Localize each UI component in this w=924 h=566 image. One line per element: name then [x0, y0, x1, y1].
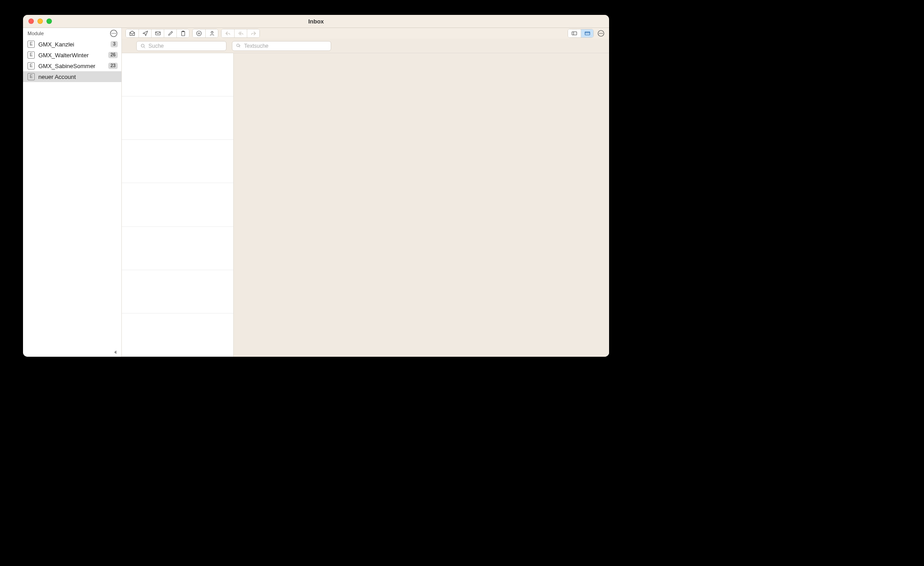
textsearch-box[interactable] — [232, 41, 331, 51]
unread-badge: 3 — [111, 41, 118, 47]
message-row[interactable] — [122, 183, 233, 226]
unread-badge: 26 — [108, 52, 118, 58]
svg-rect-5 — [181, 32, 185, 36]
svg-point-15 — [601, 33, 601, 34]
account-type-icon: E — [28, 62, 35, 69]
forward-button[interactable] — [247, 29, 259, 37]
message-preview — [234, 53, 609, 357]
reply-button[interactable] — [222, 29, 234, 37]
toolbar-overflow-button[interactable] — [596, 29, 605, 38]
svg-rect-4 — [155, 32, 160, 35]
account-item[interactable]: EGMX_WalterWinter26 — [23, 50, 121, 60]
svg-point-3 — [115, 33, 116, 34]
account-item[interactable]: EGMX_SabineSommer23 — [23, 60, 121, 71]
ellipsis-circle-icon — [597, 30, 605, 37]
content — [122, 53, 609, 357]
account-type-icon: E — [28, 41, 35, 48]
ellipsis-circle-icon — [110, 29, 118, 37]
account-label: GMX_SabineSommer — [38, 63, 105, 69]
sidebar: Module EGMX_Kanzlei3EGMX_WalterWinter26E… — [23, 28, 122, 357]
account-label: neuer Account — [38, 74, 118, 80]
toolbar-group-reply — [221, 29, 260, 38]
add-button[interactable] — [193, 29, 205, 37]
reply-all-button[interactable] — [234, 29, 247, 37]
window-minimize-button[interactable] — [37, 18, 43, 24]
svg-point-8 — [211, 32, 213, 33]
open-envelope-icon — [129, 30, 135, 37]
layout-window-icon — [584, 30, 591, 37]
add-contact-button[interactable] — [205, 29, 218, 37]
reply-icon — [225, 30, 231, 37]
search-box[interactable] — [136, 41, 226, 51]
get-mail-button[interactable] — [126, 29, 139, 37]
new-mail-button[interactable] — [151, 29, 164, 37]
message-row[interactable] — [122, 227, 233, 270]
svg-point-16 — [602, 33, 603, 34]
search-dropdown-icon — [236, 43, 241, 49]
search-input[interactable] — [148, 43, 222, 49]
svg-point-1 — [112, 33, 113, 34]
message-row[interactable] — [122, 313, 233, 357]
plus-circle-icon — [196, 30, 202, 37]
account-list: EGMX_Kanzlei3EGMX_WalterWinter26EGMX_Sab… — [23, 39, 121, 349]
message-row[interactable] — [122, 97, 233, 140]
sidebar-header: Module — [23, 28, 121, 39]
person-icon — [209, 30, 215, 37]
view-content-button[interactable] — [581, 29, 593, 37]
reply-all-icon — [238, 30, 244, 37]
toolbar — [122, 28, 609, 39]
paper-plane-icon — [142, 30, 148, 37]
send-mail-button[interactable] — [139, 29, 151, 37]
account-item[interactable]: EGMX_Kanzlei3 — [23, 39, 121, 50]
titlebar: Inbox — [23, 15, 609, 28]
account-label: GMX_WalterWinter — [38, 52, 105, 59]
account-type-icon: E — [28, 51, 35, 59]
message-row[interactable] — [122, 270, 233, 313]
clipboard-icon — [180, 30, 186, 37]
account-type-icon: E — [28, 73, 35, 80]
window-close-button[interactable] — [28, 18, 34, 24]
main — [122, 28, 609, 357]
sidebar-menu-button[interactable] — [110, 29, 118, 37]
svg-rect-11 — [585, 32, 590, 35]
envelope-icon — [155, 30, 161, 37]
svg-line-20 — [239, 46, 240, 47]
message-row[interactable] — [122, 53, 233, 97]
textsearch-input[interactable] — [244, 43, 327, 49]
account-item[interactable]: Eneuer Account — [23, 71, 121, 82]
message-list — [122, 53, 234, 357]
pencil-icon — [167, 30, 174, 37]
toolbar-group-mail-actions — [125, 29, 189, 38]
svg-point-14 — [599, 33, 600, 34]
window-title: Inbox — [23, 18, 609, 25]
archive-button[interactable] — [176, 29, 189, 37]
message-row[interactable] — [122, 140, 233, 183]
toolbar-group-add — [192, 29, 218, 38]
unread-badge: 23 — [108, 63, 118, 69]
app-window: Inbox Module EGMX_Kanzlei3EGMX_WalterWin… — [23, 15, 609, 357]
sidebar-footer — [23, 349, 121, 357]
svg-rect-9 — [572, 32, 577, 35]
toolbar-group-view — [568, 29, 594, 38]
sidebar-header-label: Module — [28, 31, 44, 36]
svg-line-18 — [144, 46, 145, 47]
traffic-lights — [23, 18, 52, 24]
search-icon — [140, 43, 146, 49]
account-label: GMX_Kanzlei — [38, 41, 107, 48]
collapse-sidebar-button[interactable] — [113, 350, 118, 355]
svg-point-2 — [113, 33, 114, 34]
forward-icon — [250, 30, 257, 37]
window-zoom-button[interactable] — [46, 18, 52, 24]
compose-button[interactable] — [164, 29, 176, 37]
view-sidebar-button[interactable] — [568, 29, 581, 37]
body: Module EGMX_Kanzlei3EGMX_WalterWinter26E… — [23, 28, 609, 357]
triangle-left-icon — [113, 350, 118, 354]
layout-sidebar-icon — [571, 30, 578, 37]
search-row — [122, 39, 609, 53]
